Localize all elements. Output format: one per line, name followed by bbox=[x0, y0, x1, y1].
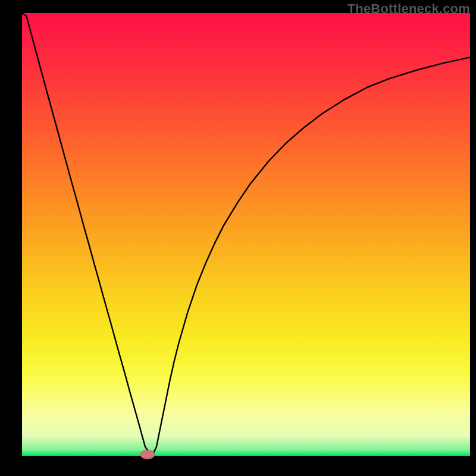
minimum-marker bbox=[140, 450, 155, 459]
plot-background bbox=[22, 13, 470, 456]
bottleneck-chart bbox=[0, 0, 476, 476]
watermark-text: TheBottleneck.com bbox=[347, 1, 470, 17]
